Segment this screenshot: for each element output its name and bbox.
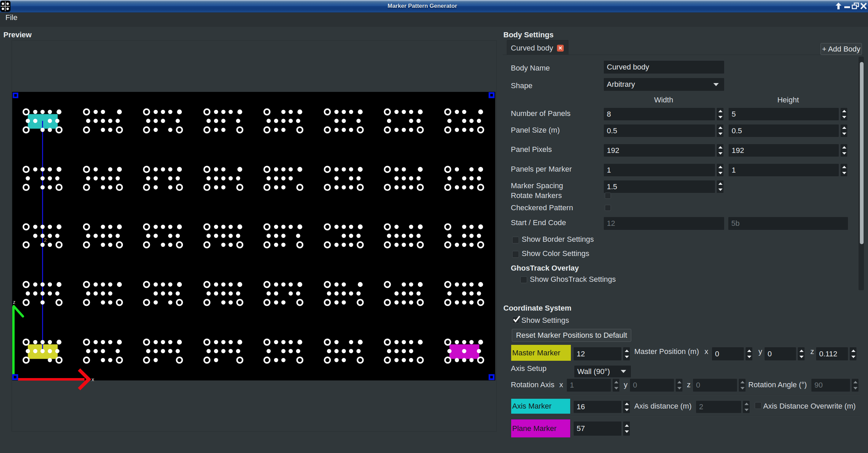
svg-text:x: x [92, 376, 94, 382]
svg-text:z: z [13, 299, 16, 305]
svg-text:2: 2 [44, 237, 47, 243]
